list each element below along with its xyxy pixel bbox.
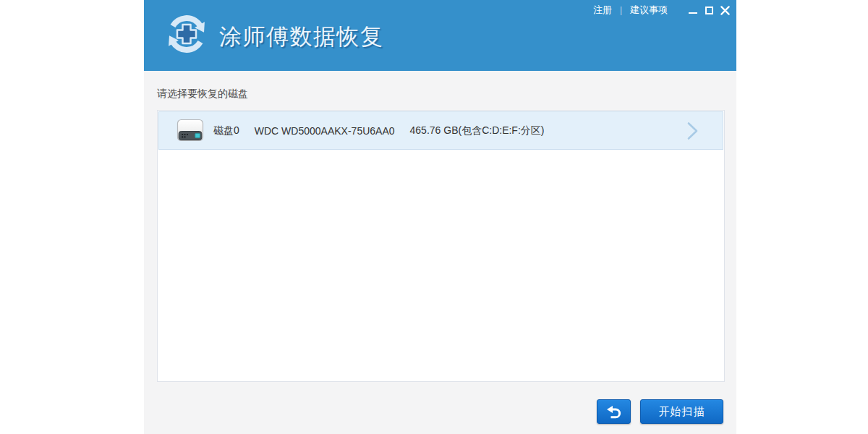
header-toolbar: 注册 | 建议事项 <box>593 4 731 17</box>
close-button[interactable] <box>719 4 731 16</box>
disk-name: 磁盘0 <box>213 124 239 137</box>
start-scan-button[interactable]: 开始扫描 <box>640 399 723 424</box>
app-header: 涂师傅数据恢复 注册 | 建议事项 <box>144 0 736 71</box>
app-logo-icon <box>165 12 208 56</box>
suggestions-link[interactable]: 建议事项 <box>630 4 668 17</box>
close-icon <box>720 6 730 15</box>
disk-capacity: 465.76 GB(包含C:D:E:F:分区) <box>410 124 545 137</box>
app-window: 涂师傅数据恢复 注册 | 建议事项 请选择要恢复的磁盘 <box>144 0 736 434</box>
disk-model: WDC WD5000AAKX-75U6AA0 <box>255 125 395 137</box>
minimize-icon <box>689 12 697 14</box>
undo-arrow-icon <box>606 404 622 419</box>
back-button[interactable] <box>597 399 631 424</box>
maximize-button[interactable] <box>703 4 715 16</box>
window-controls <box>683 4 731 16</box>
maximize-icon <box>705 7 713 14</box>
minimize-button[interactable] <box>687 4 699 16</box>
disk-list-panel: 磁盘0 WDC WD5000AAKX-75U6AA0 465.76 GB(包含C… <box>157 110 725 382</box>
app-title: 涂师傅数据恢复 <box>219 22 384 52</box>
chevron-right-icon <box>687 122 698 140</box>
header-divider: | <box>620 5 622 15</box>
register-link[interactable]: 注册 <box>593 4 612 17</box>
hard-drive-icon <box>176 119 205 143</box>
page-title: 请选择要恢复的磁盘 <box>157 88 248 101</box>
disk-row[interactable]: 磁盘0 WDC WD5000AAKX-75U6AA0 465.76 GB(包含C… <box>158 111 723 150</box>
